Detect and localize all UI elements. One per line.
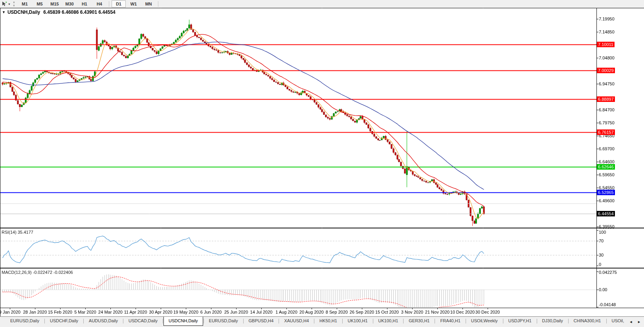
macd-indicator-label: MACD(12,26,9) -0.022472 -0.022406 (2, 270, 73, 275)
hline-price-label: 6.88897 (597, 96, 615, 102)
rsi-tick-label: 70 (599, 238, 604, 243)
date-axis-label: 5 Mar 2020 (74, 310, 96, 314)
timeframe-button-mn[interactable]: MN (141, 0, 156, 7)
timeframe-button-m15[interactable]: M15 (48, 0, 62, 7)
tab-usdcad-daily[interactable]: USDCAD,Daily (124, 317, 162, 325)
date-axis-label: 19 May 2020 (173, 310, 198, 314)
date-axis-label: 14 Jul 2020 (250, 310, 273, 314)
toolbar-grip-handle[interactable] (13, 2, 15, 6)
chart-symbol-period: USDCNH,Daily (7, 9, 40, 15)
price-tick-label: 6.84700 (599, 107, 615, 112)
tab-scroll-left-icon[interactable]: ◄ (629, 320, 633, 324)
tab-separator (568, 319, 569, 323)
tab-china300-h1[interactable]: CHINA300,H1 (569, 317, 606, 325)
rsi-tick-label: 0 (599, 262, 601, 267)
date-axis-label: 15 Feb 2020 (48, 310, 72, 314)
tab-separator (466, 319, 466, 323)
toolbar-separator (158, 1, 158, 7)
tab-dj30-daily[interactable]: DJ30,Daily (538, 317, 568, 325)
price-tick-label: 7.19950 (599, 17, 615, 21)
chart-window: ▼USDCNH,Daily6.45839 6.46086 6.43901 6.4… (0, 8, 644, 316)
date-axis-label: 6 Jun 2020 (200, 310, 222, 314)
tab-ger30-h1[interactable]: GER30,H1 (404, 317, 434, 325)
tab-separator (279, 319, 279, 323)
price-tick-label: 7.14850 (599, 30, 615, 34)
rsi-indicator-label: RSI(14) 35.4177 (2, 230, 33, 235)
timeframe-toolbar: ▼ M1M5M15M30H1H4D1W1MN (0, 0, 644, 8)
tab-gbpusd-h4[interactable]: GBPUSD,H4 (244, 317, 279, 325)
tab-separator (204, 319, 204, 323)
price-tick-label: 6.39550 (599, 224, 615, 229)
price-tick-label: 6.69700 (599, 146, 615, 151)
rsi-tick-label: 30 (599, 253, 604, 257)
timeframe-button-m30[interactable]: M30 (62, 0, 77, 7)
tab-separator (435, 319, 435, 323)
rsi-tick-label: 100 (599, 230, 606, 235)
tab-usdjpy-h1[interactable]: USDJPY,H1 (504, 317, 536, 325)
timeframe-button-m5[interactable]: M5 (33, 0, 47, 7)
tab-separator (83, 319, 84, 323)
symbol-tab-bar: EURUSD,DailyUSDCHF,DailyAUDUSD,DailyUSDC… (0, 316, 644, 327)
hline-price-label: 7.10011 (597, 42, 615, 47)
date-axis-label: 26 Sep 2020 (350, 310, 374, 314)
toolbar-separator (109, 1, 109, 7)
timeframe-button-m1[interactable]: M1 (18, 0, 32, 7)
timeframe-button-h4[interactable]: H4 (92, 0, 106, 7)
hline-price-label: 6.44554 (597, 211, 615, 216)
tab-uk100-h1[interactable]: UK100,H1 (374, 317, 403, 325)
tab-separator (503, 319, 503, 323)
tab-separator (44, 319, 45, 323)
chart-canvas[interactable] (0, 8, 644, 316)
price-tick-label: 6.79750 (599, 120, 615, 125)
macd-tick-label: 0.00 (599, 287, 607, 292)
timeframe-button-d1[interactable]: D1 (112, 0, 126, 7)
date-axis-label: 9 Jan 2020 (0, 310, 20, 314)
tab-audusd-daily[interactable]: AUDUSD,Daily (84, 317, 123, 325)
chart-title: ▼USDCNH,Daily6.45839 6.46086 6.43901 6.4… (2, 9, 116, 15)
date-axis-label: 11 Apr 2020 (124, 310, 147, 314)
toolbar-dropdown-caret-icon[interactable]: ▼ (8, 3, 11, 6)
tab-separator (243, 319, 244, 323)
chart-collapse-caret-icon[interactable]: ▼ (2, 10, 6, 14)
tab-separator (314, 319, 314, 323)
tab-usoil-weekly[interactable]: USOil,Weekly (466, 317, 503, 325)
date-axis-label: 21 Nov 2020 (425, 310, 450, 314)
tab-eurusd-daily[interactable]: EURUSD,Daily (204, 317, 243, 325)
tab-usdchf-daily[interactable]: USDCHF,Daily (45, 317, 83, 325)
macd-tick-label: -0.04148 (599, 302, 616, 307)
tab-uk100-h1[interactable]: UK100,H1 (343, 317, 372, 325)
cursor-tool-icon[interactable] (1, 1, 8, 7)
tab-xauusd-h4[interactable]: XAUUSD,H4 (279, 317, 314, 325)
tab-scroll-right-icon[interactable]: ► (637, 320, 641, 324)
tab-eurusd-daily[interactable]: EURUSD,Daily (6, 317, 44, 325)
date-axis-label: 30 Dec 2020 (475, 310, 500, 314)
price-tick-label: 6.94750 (599, 81, 615, 86)
hline-price-label: 6.52865 (597, 190, 615, 195)
date-axis-label: 8 Sep 2020 (326, 310, 348, 314)
date-axis-label: 10 Dec 2020 (450, 310, 475, 314)
date-axis-label: 1 Aug 2020 (275, 310, 297, 314)
tab-fra40-h1[interactable]: FRA40,H1 (435, 317, 465, 325)
date-axis-label: 25 Jun 2020 (224, 310, 248, 314)
tab-separator (373, 319, 373, 323)
date-axis-label: 24 Mar 2020 (98, 310, 123, 314)
timeframe-buttons: M1M5M15M30H1H4D1W1MN (17, 0, 160, 7)
hline-price-label: 6.76157 (597, 129, 615, 135)
tab-scroll-arrows: ◄► (625, 317, 644, 327)
tab-separator (163, 319, 163, 323)
timeframe-button-w1[interactable]: W1 (127, 0, 141, 7)
hline-price-label: 7.00029 (597, 68, 615, 73)
tab-hk50-h1[interactable]: HK50,H1 (315, 317, 342, 325)
tab-separator (537, 319, 537, 323)
price-tick-label: 6.64600 (599, 159, 615, 164)
chart-ohlc-values: 6.45839 6.46086 6.43901 6.44554 (43, 9, 116, 15)
date-axis-label: 30 Apr 2020 (149, 310, 172, 314)
hline-price-label: 6.62646 (597, 164, 615, 170)
tab-separator (403, 319, 404, 323)
tab-usdcnh-daily[interactable]: USDCNH,Daily (163, 316, 203, 326)
macd-tick-label: 0.042275 (599, 270, 617, 275)
date-axis-label: 20 Aug 2020 (299, 310, 324, 314)
price-tick-label: 7.04800 (599, 55, 615, 60)
date-axis-label: 15 Oct 2020 (375, 310, 399, 314)
timeframe-button-h1[interactable]: H1 (77, 0, 92, 7)
